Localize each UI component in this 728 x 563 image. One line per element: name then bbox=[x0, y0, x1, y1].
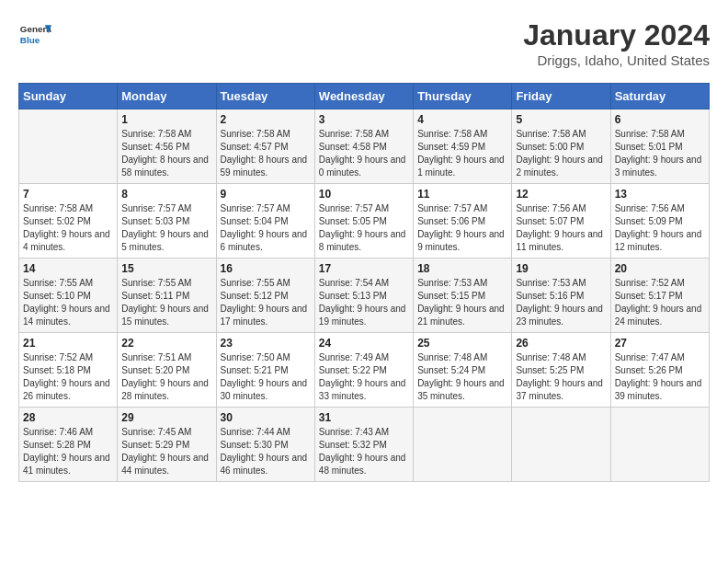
day-number: 17 bbox=[319, 262, 409, 275]
day-number: 26 bbox=[516, 337, 606, 350]
day-number: 28 bbox=[23, 411, 113, 424]
weekday-header-saturday: Saturday bbox=[610, 84, 709, 109]
day-number: 15 bbox=[121, 262, 211, 275]
day-number: 18 bbox=[417, 262, 507, 275]
day-cell: 19Sunrise: 7:53 AM Sunset: 5:16 PM Dayli… bbox=[512, 259, 610, 333]
weekday-header-row: SundayMondayTuesdayWednesdayThursdayFrid… bbox=[19, 84, 710, 109]
day-info: Sunrise: 7:57 AM Sunset: 5:03 PM Dayligh… bbox=[121, 202, 211, 254]
day-info: Sunrise: 7:53 AM Sunset: 5:15 PM Dayligh… bbox=[417, 277, 507, 328]
day-info: Sunrise: 7:45 AM Sunset: 5:29 PM Dayligh… bbox=[121, 426, 211, 477]
day-info: Sunrise: 7:44 AM Sunset: 5:30 PM Dayligh… bbox=[221, 426, 311, 477]
day-info: Sunrise: 7:48 AM Sunset: 5:24 PM Dayligh… bbox=[417, 351, 507, 403]
day-info: Sunrise: 7:47 AM Sunset: 5:26 PM Dayligh… bbox=[615, 351, 705, 403]
day-cell bbox=[610, 408, 709, 482]
day-info: Sunrise: 7:57 AM Sunset: 5:05 PM Dayligh… bbox=[319, 202, 409, 254]
day-cell: 27Sunrise: 7:47 AM Sunset: 5:26 PM Dayli… bbox=[610, 333, 709, 408]
day-number: 19 bbox=[516, 262, 606, 275]
day-cell: 10Sunrise: 7:57 AM Sunset: 5:05 PM Dayli… bbox=[314, 184, 413, 259]
day-cell: 2Sunrise: 7:58 AM Sunset: 4:57 PM Daylig… bbox=[216, 109, 314, 184]
day-number: 25 bbox=[417, 337, 507, 350]
week-row-5: 28Sunrise: 7:46 AM Sunset: 5:28 PM Dayli… bbox=[19, 408, 710, 482]
day-cell: 12Sunrise: 7:56 AM Sunset: 5:07 PM Dayli… bbox=[512, 184, 610, 259]
calendar-title: January 2024 bbox=[523, 18, 710, 52]
week-row-3: 14Sunrise: 7:55 AM Sunset: 5:10 PM Dayli… bbox=[19, 259, 710, 333]
day-number: 16 bbox=[221, 262, 311, 275]
day-info: Sunrise: 7:46 AM Sunset: 5:28 PM Dayligh… bbox=[23, 426, 113, 477]
day-cell bbox=[414, 408, 512, 482]
day-info: Sunrise: 7:48 AM Sunset: 5:25 PM Dayligh… bbox=[516, 351, 606, 403]
day-number: 1 bbox=[121, 113, 211, 126]
day-info: Sunrise: 7:52 AM Sunset: 5:17 PM Dayligh… bbox=[615, 277, 705, 328]
day-number: 29 bbox=[121, 411, 211, 424]
day-cell bbox=[19, 109, 118, 184]
week-row-1: 1Sunrise: 7:58 AM Sunset: 4:56 PM Daylig… bbox=[19, 109, 710, 184]
day-number: 5 bbox=[516, 113, 606, 126]
day-number: 14 bbox=[23, 262, 113, 275]
day-info: Sunrise: 7:54 AM Sunset: 5:13 PM Dayligh… bbox=[319, 277, 409, 328]
day-info: Sunrise: 7:55 AM Sunset: 5:12 PM Dayligh… bbox=[221, 277, 311, 328]
day-number: 11 bbox=[417, 188, 507, 201]
day-info: Sunrise: 7:51 AM Sunset: 5:20 PM Dayligh… bbox=[121, 351, 211, 403]
day-info: Sunrise: 7:55 AM Sunset: 5:11 PM Dayligh… bbox=[121, 277, 211, 328]
day-cell: 26Sunrise: 7:48 AM Sunset: 5:25 PM Dayli… bbox=[512, 333, 610, 408]
day-cell: 25Sunrise: 7:48 AM Sunset: 5:24 PM Dayli… bbox=[414, 333, 512, 408]
weekday-header-tuesday: Tuesday bbox=[216, 84, 314, 109]
day-cell: 13Sunrise: 7:56 AM Sunset: 5:09 PM Dayli… bbox=[610, 184, 709, 259]
week-row-4: 21Sunrise: 7:52 AM Sunset: 5:18 PM Dayli… bbox=[19, 333, 710, 408]
weekday-header-thursday: Thursday bbox=[414, 84, 512, 109]
day-number: 8 bbox=[121, 188, 211, 201]
day-number: 2 bbox=[221, 113, 311, 126]
day-cell: 14Sunrise: 7:55 AM Sunset: 5:10 PM Dayli… bbox=[19, 259, 118, 333]
day-cell: 30Sunrise: 7:44 AM Sunset: 5:30 PM Dayli… bbox=[216, 408, 314, 482]
day-cell: 20Sunrise: 7:52 AM Sunset: 5:17 PM Dayli… bbox=[610, 259, 709, 333]
weekday-header-sunday: Sunday bbox=[19, 84, 118, 109]
day-cell: 15Sunrise: 7:55 AM Sunset: 5:11 PM Dayli… bbox=[118, 259, 216, 333]
day-cell: 16Sunrise: 7:55 AM Sunset: 5:12 PM Dayli… bbox=[216, 259, 314, 333]
day-number: 30 bbox=[221, 411, 311, 424]
day-info: Sunrise: 7:58 AM Sunset: 4:56 PM Dayligh… bbox=[121, 128, 211, 179]
day-info: Sunrise: 7:43 AM Sunset: 5:32 PM Dayligh… bbox=[319, 426, 409, 477]
day-number: 3 bbox=[319, 113, 409, 126]
day-number: 13 bbox=[615, 188, 705, 201]
day-cell: 24Sunrise: 7:49 AM Sunset: 5:22 PM Dayli… bbox=[314, 333, 413, 408]
day-cell: 17Sunrise: 7:54 AM Sunset: 5:13 PM Dayli… bbox=[314, 259, 413, 333]
day-number: 4 bbox=[417, 113, 507, 126]
day-cell: 29Sunrise: 7:45 AM Sunset: 5:29 PM Dayli… bbox=[118, 408, 216, 482]
day-info: Sunrise: 7:57 AM Sunset: 5:06 PM Dayligh… bbox=[417, 202, 507, 254]
day-info: Sunrise: 7:57 AM Sunset: 5:04 PM Dayligh… bbox=[221, 202, 311, 254]
day-cell: 18Sunrise: 7:53 AM Sunset: 5:15 PM Dayli… bbox=[414, 259, 512, 333]
day-cell: 22Sunrise: 7:51 AM Sunset: 5:20 PM Dayli… bbox=[118, 333, 216, 408]
day-cell: 5Sunrise: 7:58 AM Sunset: 5:00 PM Daylig… bbox=[512, 109, 610, 184]
day-cell: 9Sunrise: 7:57 AM Sunset: 5:04 PM Daylig… bbox=[216, 184, 314, 259]
weekday-header-monday: Monday bbox=[118, 84, 216, 109]
day-cell: 3Sunrise: 7:58 AM Sunset: 4:58 PM Daylig… bbox=[314, 109, 413, 184]
calendar-table: SundayMondayTuesdayWednesdayThursdayFrid… bbox=[18, 83, 710, 482]
day-info: Sunrise: 7:50 AM Sunset: 5:21 PM Dayligh… bbox=[221, 351, 311, 403]
day-info: Sunrise: 7:58 AM Sunset: 4:59 PM Dayligh… bbox=[417, 128, 507, 179]
day-number: 22 bbox=[121, 337, 211, 350]
day-number: 21 bbox=[23, 337, 113, 350]
day-info: Sunrise: 7:53 AM Sunset: 5:16 PM Dayligh… bbox=[516, 277, 606, 328]
day-number: 24 bbox=[319, 337, 409, 350]
day-number: 23 bbox=[221, 337, 311, 350]
day-number: 9 bbox=[221, 188, 311, 201]
day-info: Sunrise: 7:58 AM Sunset: 5:01 PM Dayligh… bbox=[615, 128, 705, 179]
week-row-2: 7Sunrise: 7:58 AM Sunset: 5:02 PM Daylig… bbox=[19, 184, 710, 259]
day-cell: 31Sunrise: 7:43 AM Sunset: 5:32 PM Dayli… bbox=[314, 408, 413, 482]
day-number: 12 bbox=[516, 188, 606, 201]
day-info: Sunrise: 7:58 AM Sunset: 4:57 PM Dayligh… bbox=[221, 128, 311, 179]
day-cell: 28Sunrise: 7:46 AM Sunset: 5:28 PM Dayli… bbox=[19, 408, 118, 482]
weekday-header-wednesday: Wednesday bbox=[314, 84, 413, 109]
day-info: Sunrise: 7:58 AM Sunset: 5:02 PM Dayligh… bbox=[23, 202, 113, 254]
logo-icon: General Blue bbox=[18, 18, 51, 52]
day-number: 20 bbox=[615, 262, 705, 275]
title-area: January 2024 Driggs, Idaho, United State… bbox=[523, 18, 710, 68]
day-cell: 23Sunrise: 7:50 AM Sunset: 5:21 PM Dayli… bbox=[216, 333, 314, 408]
day-number: 27 bbox=[615, 337, 705, 350]
logo: General Blue bbox=[18, 18, 51, 52]
day-cell: 8Sunrise: 7:57 AM Sunset: 5:03 PM Daylig… bbox=[118, 184, 216, 259]
day-info: Sunrise: 7:58 AM Sunset: 5:00 PM Dayligh… bbox=[516, 128, 606, 179]
day-number: 7 bbox=[23, 188, 113, 201]
day-number: 6 bbox=[615, 113, 705, 126]
day-cell: 7Sunrise: 7:58 AM Sunset: 5:02 PM Daylig… bbox=[19, 184, 118, 259]
